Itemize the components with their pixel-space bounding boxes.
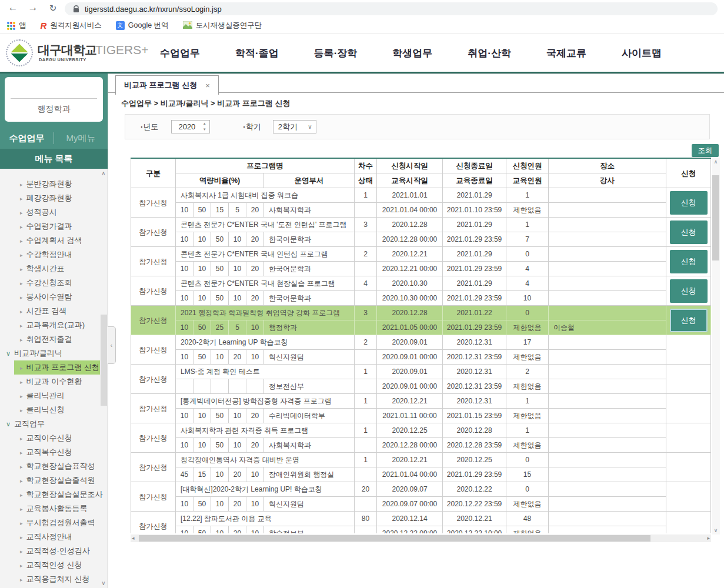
cell-edu-end: 2020.12.22 23:59: [443, 497, 506, 512]
sidebar-item[interactable]: ▸교직사정안내: [0, 530, 108, 544]
sidebar-item[interactable]: ▸수업계획서 검색: [0, 233, 108, 248]
vertical-scrollbar-thumb[interactable]: [712, 175, 719, 260]
reload-icon[interactable]: ↻: [46, 3, 60, 14]
sidebar-item[interactable]: ▸교직응급처지 신청: [0, 572, 108, 586]
cell-edu-capacity: 제한없음: [506, 203, 549, 218]
tab-program-apply[interactable]: 비교과 프로그램 신청 ×: [115, 75, 219, 95]
bookmark-label: 도시재생실증연구단: [196, 21, 262, 31]
sidebar-item[interactable]: ▸비교과 프로그램 신청: [14, 360, 100, 375]
sidebar-group[interactable]: ∨교직업무: [0, 417, 108, 431]
sidebar-item[interactable]: ▸폐강강좌현황: [0, 191, 108, 205]
triangle-right-icon: ▸: [20, 520, 23, 526]
sidebar-item-label: 학교현장실습표작성: [26, 462, 95, 470]
triangle-right-icon: ▸: [20, 182, 23, 188]
sidebar-item[interactable]: ▸분반강좌현황: [0, 177, 108, 191]
sidebar-item[interactable]: ▸클리닉관리: [0, 389, 108, 403]
address-bar[interactable]: tigersstd.daegu.ac.kr/nxrun/ssoLogin.jsp: [65, 2, 718, 15]
close-icon[interactable]: ×: [205, 81, 210, 90]
sidebar-item[interactable]: ▸봉사이수열람: [0, 290, 108, 304]
sidebar-item[interactable]: ▸학교현장실습출석원: [0, 473, 108, 487]
sidebar-item[interactable]: ▸무시험검정원서출력: [0, 516, 108, 530]
cell-order: 1: [355, 453, 377, 467]
sidebar-scroll-up-icon[interactable]: ∧: [100, 170, 107, 177]
nav-item-international[interactable]: 국제교류: [546, 46, 586, 60]
nav-item-sitemap[interactable]: 사이트맵: [622, 46, 662, 60]
bookmark-remote-support[interactable]: R 원격지원서비스: [41, 21, 102, 31]
horizontal-scrollbar[interactable]: ◂ ▸: [131, 534, 711, 542]
scroll-left-icon[interactable]: ◂: [132, 534, 135, 542]
program-row-main: 참가신청 콘텐츠 전문가 C*ENTER 국내 '도전 인턴십' 프로그램 3 …: [131, 218, 711, 232]
sidebar-item[interactable]: ▸교육봉사활동등록: [0, 502, 108, 516]
cell-ratio: 10: [176, 497, 193, 512]
apply-button[interactable]: 신청: [670, 191, 708, 215]
scroll-down-icon[interactable]: ∨: [712, 527, 720, 533]
cell-apply-start: 2020.12.21: [377, 453, 443, 467]
spinner-buttons[interactable]: ▲ ▼: [201, 122, 208, 132]
cell-apply-start: 2020.12.14: [377, 512, 443, 526]
program-row-sub: 10 50 10 20 10 혁신지원팀 2020.09.01 00:00 20…: [131, 350, 711, 365]
cell-order: 3: [355, 306, 377, 320]
sidebar-item[interactable]: ▸수강신청조회: [0, 276, 108, 290]
cell-ratio: 25: [211, 320, 229, 335]
triangle-right-icon: ▸: [20, 196, 23, 202]
sidebar-item[interactable]: ▸성적공시: [0, 205, 108, 219]
search-button[interactable]: 조회: [692, 144, 719, 157]
sidebar-item[interactable]: ▸시간표 검색: [0, 304, 108, 318]
sidebar-item[interactable]: ▸클리닉신청: [0, 403, 108, 417]
apply-button[interactable]: 신청: [670, 309, 708, 332]
cell-ratio: 10: [211, 467, 229, 482]
nav-item-career[interactable]: 취업·산학: [468, 46, 511, 60]
sidebar-item-label: 교과목개요(교과): [26, 320, 85, 329]
sidebar-item[interactable]: ▸교직복수신청: [0, 445, 108, 459]
triangle-right-icon: ▸: [20, 577, 23, 583]
sidebar-item[interactable]: ▸학교현장실습설문조사: [0, 487, 108, 502]
forward-icon[interactable]: →: [26, 2, 40, 14]
nav-item-registration[interactable]: 등록·장학: [314, 46, 358, 60]
nav-item-student-affairs[interactable]: 학생업무: [392, 46, 432, 60]
apply-button[interactable]: 신청: [670, 220, 708, 244]
cell-instructor: [549, 379, 666, 394]
spin-down-icon[interactable]: ▼: [203, 128, 206, 132]
cell-applicants: 1: [506, 218, 549, 232]
sidebar-item[interactable]: ▸교직적인성 신청: [0, 558, 108, 572]
bookmark-google-translate[interactable]: 文 Google 번역: [116, 21, 169, 31]
sidebar-scroll-down-icon[interactable]: ∨: [100, 580, 107, 587]
spin-up-icon[interactable]: ▲: [203, 122, 206, 126]
cell-dept: 사회복지학과: [264, 203, 355, 218]
horizontal-scrollbar-thumb[interactable]: [139, 535, 650, 542]
sidebar-item[interactable]: ▸학생시간표: [0, 262, 108, 276]
sidebar-item-label: 교직복수신청: [26, 447, 72, 456]
cell-apply-start: 2020.12.21: [377, 394, 443, 409]
sidebar-item[interactable]: ▸교과목개요(교과): [0, 318, 108, 332]
year-spinner[interactable]: 2020 ▲ ▼: [171, 120, 210, 133]
sidebar-collapse-handle[interactable]: ‹: [108, 326, 116, 364]
back-icon[interactable]: ←: [6, 2, 20, 14]
sidebar-item[interactable]: ▸취업전자출결: [0, 332, 108, 346]
sidebar-item[interactable]: ▸수강학점안내: [0, 248, 108, 262]
cell-apply-action: [666, 453, 711, 482]
sidebar-item[interactable]: ▸교직이수신청: [0, 431, 108, 445]
apply-button[interactable]: 신청: [670, 279, 708, 303]
sidebar-tab-mymenu[interactable]: My메뉴: [54, 133, 108, 144]
cell-ratio: 10: [176, 203, 193, 218]
scroll-right-icon[interactable]: ▸: [707, 534, 710, 542]
sidebar-tab-work[interactable]: 수업업무: [0, 133, 54, 144]
header-apply-end: 신청종료일: [443, 158, 506, 173]
apply-button[interactable]: 신청: [670, 250, 708, 273]
university-logo[interactable]: [6, 39, 33, 66]
program-row-sub: 10 50 25 5 10 행정학과 2021.01.05 00:00 2021…: [131, 320, 711, 335]
sidebar-item[interactable]: ▸학교현장실습표작성: [0, 459, 108, 473]
sidebar-item[interactable]: ▸비교과 이수현황: [0, 375, 108, 389]
sidebar-scrollbar-thumb[interactable]: [101, 315, 107, 406]
bookmark-apps[interactable]: 앱: [7, 21, 26, 31]
semester-select[interactable]: 2학기 ∨: [273, 120, 316, 133]
sidebar-group[interactable]: ∨비교과/클리닉: [0, 346, 108, 360]
nav-item-records[interactable]: 학적·졸업: [235, 46, 279, 60]
sidebar-item[interactable]: ▸수업평가결과: [0, 219, 108, 233]
sidebar-item-label: 비교과 이수현황: [26, 377, 82, 386]
vertical-scrollbar[interactable]: ∧ ∨: [712, 158, 720, 534]
sidebar-item[interactable]: ▸교직적성·인성검사: [0, 544, 108, 558]
scroll-up-icon[interactable]: ∧: [712, 159, 720, 165]
bookmark-urban-research[interactable]: 도시재생실증연구단: [183, 21, 262, 31]
nav-item-classes[interactable]: 수업업무: [160, 46, 200, 60]
